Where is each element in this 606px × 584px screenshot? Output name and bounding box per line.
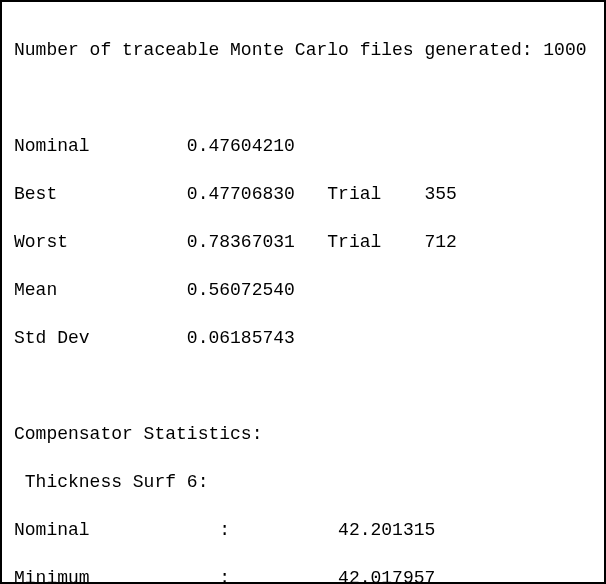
worst-value: 0.78367031 xyxy=(187,232,295,252)
best-line: Best 0.47706830 Trial 355 xyxy=(14,182,594,206)
mean-value: 0.56072540 xyxy=(187,280,295,300)
mean-line: Mean 0.56072540 xyxy=(14,278,594,302)
comp-title: Compensator Statistics: xyxy=(14,422,594,446)
comp-nominal-line: Nominal : 42.201315 xyxy=(14,518,594,542)
comp-min-value: 42.017957 xyxy=(338,568,435,584)
comp-min-line: Minimum : 42.017957 xyxy=(14,566,594,584)
output-panel: Number of traceable Monte Carlo files ge… xyxy=(0,0,606,584)
best-trial-num: 355 xyxy=(425,184,457,204)
nominal-line: Nominal 0.47604210 xyxy=(14,134,594,158)
std-value: 0.06185743 xyxy=(187,328,295,348)
comp-min-label: Minimum xyxy=(14,568,90,584)
mean-label: Mean xyxy=(14,280,57,300)
std-line: Std Dev 0.06185743 xyxy=(14,326,594,350)
worst-line: Worst 0.78367031 Trial 712 xyxy=(14,230,594,254)
header-label: Number of traceable Monte Carlo files ge… xyxy=(14,40,532,60)
comp-sub: Thickness Surf 6: xyxy=(14,470,594,494)
best-trial-label: Trial xyxy=(327,184,381,204)
best-label: Best xyxy=(14,184,57,204)
worst-trial-num: 712 xyxy=(425,232,457,252)
worst-trial-label: Trial xyxy=(327,232,381,252)
std-label: Std Dev xyxy=(14,328,90,348)
nominal-value: 0.47604210 xyxy=(187,136,295,156)
comp-nominal-label: Nominal xyxy=(14,520,90,540)
best-value: 0.47706830 xyxy=(187,184,295,204)
header-value: 1000 xyxy=(543,40,586,60)
blank-line xyxy=(14,374,594,398)
nominal-label: Nominal xyxy=(14,136,90,156)
worst-label: Worst xyxy=(14,232,68,252)
header-line: Number of traceable Monte Carlo files ge… xyxy=(14,38,594,62)
blank-line xyxy=(14,86,594,110)
comp-nominal-value: 42.201315 xyxy=(338,520,435,540)
